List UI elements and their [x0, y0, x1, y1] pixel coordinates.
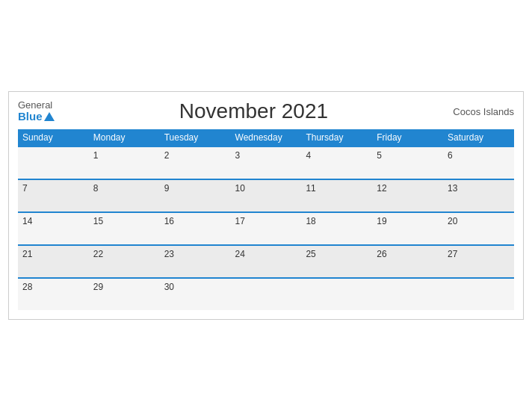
day-number: 27	[448, 249, 457, 259]
day-number: 11	[306, 183, 315, 194]
calendar-day-cell: 26	[372, 245, 443, 278]
day-number: 10	[235, 183, 245, 194]
calendar-day-cell: 15	[89, 212, 160, 245]
day-number: 4	[306, 150, 311, 161]
calendar-week-row: 14151617181920	[18, 212, 514, 245]
calendar-day-cell: 6	[443, 146, 514, 179]
calendar-day-cell: 18	[301, 212, 372, 245]
calendar-body: 1234567891011121314151617181920212223242…	[18, 146, 514, 310]
day-number: 14	[22, 216, 32, 226]
day-number: 26	[377, 249, 386, 259]
day-number: 5	[377, 150, 382, 161]
calendar-day-cell: 4	[301, 146, 372, 179]
day-number: 12	[377, 183, 386, 194]
day-number: 25	[306, 249, 315, 259]
calendar-title: November 2021	[179, 99, 328, 123]
day-number: 28	[22, 282, 32, 292]
header-tuesday: Tuesday	[160, 129, 231, 146]
calendar-day-cell	[443, 278, 514, 310]
calendar-day-cell: 11	[301, 179, 372, 212]
day-number: 17	[235, 216, 245, 226]
day-number: 20	[448, 216, 457, 226]
logo-triangle-icon	[44, 112, 55, 121]
day-number: 22	[93, 249, 103, 259]
calendar-day-cell: 1	[89, 146, 160, 179]
calendar-day-cell: 25	[301, 245, 372, 278]
calendar-day-cell: 12	[372, 179, 443, 212]
day-number: 30	[164, 282, 174, 292]
day-number: 3	[235, 150, 241, 161]
calendar-week-row: 78910111213	[18, 179, 514, 212]
day-number: 15	[93, 216, 103, 226]
calendar: General Blue November 2021 Cocos Islands…	[8, 91, 524, 320]
calendar-day-cell: 9	[160, 179, 231, 212]
day-number: 19	[377, 216, 386, 226]
calendar-thead: Sunday Monday Tuesday Wednesday Thursday…	[18, 129, 514, 146]
day-number: 18	[306, 216, 315, 226]
calendar-day-cell: 19	[372, 212, 443, 245]
calendar-day-cell	[372, 278, 443, 310]
calendar-day-cell: 22	[89, 245, 160, 278]
header-thursday: Thursday	[301, 129, 372, 146]
day-number: 1	[93, 150, 99, 161]
calendar-day-cell: 27	[443, 245, 514, 278]
calendar-day-cell: 17	[231, 212, 302, 245]
day-number: 8	[93, 183, 99, 194]
logo-blue-text: Blue	[18, 111, 43, 123]
header-wednesday: Wednesday	[231, 129, 302, 146]
calendar-day-cell: 7	[18, 179, 89, 212]
day-number: 6	[448, 150, 453, 161]
day-number: 9	[164, 183, 170, 194]
calendar-header: General Blue November 2021 Cocos Islands	[18, 99, 514, 123]
calendar-day-cell: 10	[231, 179, 302, 212]
day-number: 7	[22, 183, 28, 194]
calendar-day-cell: 28	[18, 278, 89, 310]
calendar-region: Cocos Islands	[453, 106, 514, 117]
calendar-day-cell: 30	[160, 278, 231, 310]
day-number: 16	[164, 216, 174, 226]
calendar-day-cell: 14	[18, 212, 89, 245]
header-saturday: Saturday	[443, 129, 514, 146]
calendar-table: Sunday Monday Tuesday Wednesday Thursday…	[18, 129, 514, 310]
calendar-week-row: 21222324252627	[18, 245, 514, 278]
header-friday: Friday	[372, 129, 443, 146]
header-monday: Monday	[89, 129, 160, 146]
day-number: 29	[93, 282, 103, 292]
day-number: 2	[164, 150, 170, 161]
day-number: 21	[22, 249, 32, 259]
calendar-day-cell: 29	[89, 278, 160, 310]
logo: General Blue	[18, 100, 55, 123]
calendar-day-cell: 20	[443, 212, 514, 245]
calendar-day-cell	[18, 146, 89, 179]
day-number: 23	[164, 249, 174, 259]
calendar-day-cell	[231, 278, 302, 310]
calendar-day-cell: 5	[372, 146, 443, 179]
calendar-day-cell: 8	[89, 179, 160, 212]
calendar-day-cell	[301, 278, 372, 310]
calendar-week-row: 282930	[18, 278, 514, 310]
calendar-day-cell: 21	[18, 245, 89, 278]
calendar-day-cell: 13	[443, 179, 514, 212]
calendar-day-cell: 24	[231, 245, 302, 278]
calendar-day-cell: 2	[160, 146, 231, 179]
logo-general-text: General	[18, 100, 55, 111]
calendar-week-row: 123456	[18, 146, 514, 179]
weekday-header-row: Sunday Monday Tuesday Wednesday Thursday…	[18, 129, 514, 146]
calendar-day-cell: 3	[231, 146, 302, 179]
calendar-day-cell: 16	[160, 212, 231, 245]
calendar-day-cell: 23	[160, 245, 231, 278]
header-sunday: Sunday	[18, 129, 89, 146]
day-number: 24	[235, 249, 245, 259]
day-number: 13	[448, 183, 457, 194]
